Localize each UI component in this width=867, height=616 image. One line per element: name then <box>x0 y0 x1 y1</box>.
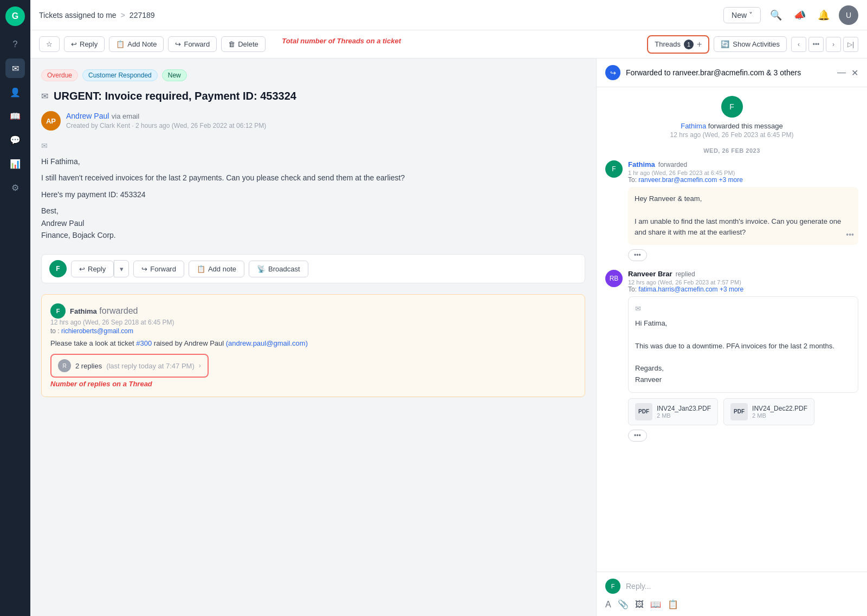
nav-prev-button[interactable]: ‹ <box>791 37 806 52</box>
nav-end-button[interactable]: ▷| <box>843 37 858 52</box>
replies-annotation: Number of replies on a Thread <box>50 380 152 388</box>
forward-action-icon: ↪ <box>141 265 147 273</box>
search-icon-btn[interactable]: 🔍 <box>767 7 785 24</box>
sender-name-line: Andrew Paul via email <box>66 111 585 121</box>
book-tool-icon[interactable]: 📖 <box>650 599 661 609</box>
new-button[interactable]: New ˅ <box>723 7 761 23</box>
right-panel: ↪ Forwarded to ranveer.brar@acmefin.com … <box>596 59 867 616</box>
attachment-1[interactable]: PDF INV24_Jan23.PDF 2 MB <box>628 398 718 425</box>
envelope-icon: ✉ <box>41 141 585 150</box>
tag-overdue: Overdue <box>41 69 78 81</box>
thread-forwarded-by[interactable]: Fathima <box>681 122 706 130</box>
add-note-action-button[interactable]: 📋 Add note <box>189 261 244 277</box>
thread-forwarded-text: Fathima forwarded this message <box>605 122 858 130</box>
email-line-1: Hi Fathima, <box>41 155 585 167</box>
note-icon: 📋 <box>116 40 125 48</box>
show-activities-button[interactable]: 🔄 Show Activities <box>714 36 787 52</box>
thread-msg-1-more-icon[interactable]: ••• <box>846 229 854 241</box>
reply-button[interactable]: ↩ Reply <box>64 36 105 52</box>
thread-msg-1-more-button[interactable]: ••• <box>628 249 647 261</box>
thread-reply-tools: A 📎 🖼 📖 📋 <box>605 599 858 609</box>
thread-msg-2-action: replied <box>676 270 695 278</box>
thread-msg-2-avatar: RB <box>605 270 623 287</box>
text-format-icon[interactable]: A <box>605 600 611 609</box>
forward-button[interactable]: ↪ Forward <box>168 36 217 52</box>
thread-forwarded-info: F Fathima forwarded this message 12 hrs … <box>605 96 858 139</box>
delete-icon: 🗑 <box>228 40 235 48</box>
attachment-2-icon: PDF <box>730 403 748 420</box>
add-note-button[interactable]: 📋 Add Note <box>109 36 164 52</box>
attachment-2-size: 2 MB <box>752 412 807 419</box>
reply-bar: F ↩ Reply ▾ ↪ Forward 📋 Add note 📡 Broad… <box>41 254 585 283</box>
header-actions: New ˅ 🔍 📣 🔔 U <box>723 5 858 25</box>
sidebar-icon-help[interactable]: ? <box>5 35 25 54</box>
sender-avatar: AP <box>41 111 61 131</box>
thread-close-button[interactable]: ✕ <box>851 68 858 78</box>
content-area: Overdue Customer Responded New ✉ URGENT:… <box>30 59 867 616</box>
email-subject-icon: ✉ <box>41 91 48 101</box>
thread-reply-placeholder[interactable]: Reply... <box>626 582 858 591</box>
list-tool-icon[interactable]: 📋 <box>668 599 678 609</box>
thread-minimize-button[interactable]: — <box>837 68 846 77</box>
megaphone-icon-btn[interactable]: 📣 <box>791 7 808 24</box>
email-body: ✉ Hi Fathima, I still haven't received i… <box>41 141 585 241</box>
forwarded-card-to: to : richieroberts@gmail.com <box>50 327 576 335</box>
reply-dropdown-button[interactable]: ▾ <box>114 260 129 277</box>
sidebar-icon-settings[interactable]: ⚙ <box>5 178 25 197</box>
bell-icon-btn[interactable]: 🔔 <box>815 7 832 24</box>
attachment-2[interactable]: PDF INV24_Dec22.PDF 2 MB <box>723 398 814 425</box>
forward-action-button[interactable]: ↪ Forward <box>133 261 184 277</box>
delete-button[interactable]: 🗑 Delete <box>221 36 266 52</box>
thread-msg-1-time: 1 hr ago (Wed, 26 Feb 2023 at 6:45 PM) <box>628 170 858 176</box>
thread-msg-1-to: To: ranveer.brar@acmefin.com +3 more <box>628 176 858 184</box>
sidebar-icon-conversations[interactable]: 💬 <box>5 130 25 150</box>
sender-info: Andrew Paul via email Created by Clark K… <box>66 111 585 129</box>
breadcrumb: Tickets assigned to me > 227189 <box>39 11 155 20</box>
thread-date-divider: WED, 26 FEB 2023 <box>605 147 858 154</box>
attachment-tool-icon[interactable]: 📎 <box>618 599 629 609</box>
nav-next-button[interactable]: › <box>826 37 841 52</box>
forwarded-header: F Fathima forwarded 12 hrs ago (Wed, 26 … <box>50 303 576 335</box>
thread-msg-1-avatar: F <box>605 160 623 178</box>
andrew-email-link[interactable]: (andrew.paul@gmail.com) <box>226 339 308 347</box>
broadcast-icon: 📡 <box>257 265 266 273</box>
image-tool-icon[interactable]: 🖼 <box>635 600 644 609</box>
sidebar: G ? ✉ 👤 📖 💬 📊 ⚙ <box>0 0 30 616</box>
app-logo: G <box>5 7 25 26</box>
thread-message-1: F Fathima forwarded 1 hr ago (Wed, 26 Fe… <box>605 160 858 261</box>
thread-msg-2-time: 12 hrs ago (Wed, 26 Feb 2023 at 7:57 PM) <box>628 279 858 286</box>
sidebar-icon-charts[interactable]: 📊 <box>5 154 25 173</box>
attachment-1-info: INV24_Jan23.PDF 2 MB <box>657 405 711 419</box>
thread-msg-2-more-button[interactable]: ••• <box>628 430 647 442</box>
threads-count-badge: 1 <box>684 40 694 49</box>
reply-main-icon: ↩ <box>79 265 85 273</box>
sidebar-icon-tickets[interactable]: ✉ <box>5 59 25 78</box>
thread-msg-2-content: Ranveer Brar replied 12 hrs ago (Wed, 26… <box>628 270 858 442</box>
sidebar-icon-reports[interactable]: 📖 <box>5 106 25 126</box>
forwarded-card-text: Please take a look at ticket #300 raised… <box>50 339 576 347</box>
ticket-ref-link[interactable]: #300 <box>136 339 152 347</box>
sender-name: Andrew Paul <box>66 112 109 120</box>
threads-button[interactable]: Threads 1 + <box>647 35 709 54</box>
thread-forward-icon: ↪ <box>605 65 620 80</box>
thread-msg-2-name: Ranveer Brar <box>628 270 672 278</box>
threads-add-icon[interactable]: + <box>697 40 702 49</box>
nav-more-button[interactable]: ••• <box>808 37 824 52</box>
thread-title: Forwarded to ranveer.brar@acmefin.com & … <box>626 68 827 77</box>
breadcrumb-base: Tickets assigned to me <box>39 11 117 20</box>
forwarded-email-link[interactable]: richieroberts@gmail.com <box>61 327 133 335</box>
top-header: Tickets assigned to me > 227189 New ˅ 🔍 … <box>30 0 867 30</box>
thread-msg-1-bubble: Hey Ranveer & team, I am unable to find … <box>628 187 858 245</box>
attachment-2-name: INV24_Dec22.PDF <box>752 405 807 412</box>
toolbar-right: Threads 1 + 🔄 Show Activities ‹ ••• › ▷| <box>647 35 858 54</box>
sidebar-icon-contacts[interactable]: 👤 <box>5 82 25 102</box>
email-line-2: I still haven't received invoices for th… <box>41 172 585 184</box>
broadcast-button[interactable]: 📡 Broadcast <box>249 261 308 277</box>
thread-msg-1-content: Fathima forwarded 1 hr ago (Wed, 26 Feb … <box>628 160 858 261</box>
star-button[interactable]: ☆ <box>39 36 60 52</box>
ticket-id: 227189 <box>130 11 155 20</box>
user-avatar[interactable]: U <box>839 5 858 25</box>
attachments-row: PDF INV24_Jan23.PDF 2 MB PDF INV24_Dec22… <box>628 398 858 425</box>
reply-main-button[interactable]: ↩ Reply <box>71 261 114 277</box>
replies-indicator[interactable]: R 2 replies (last reply today at 7:47 PM… <box>50 354 209 378</box>
